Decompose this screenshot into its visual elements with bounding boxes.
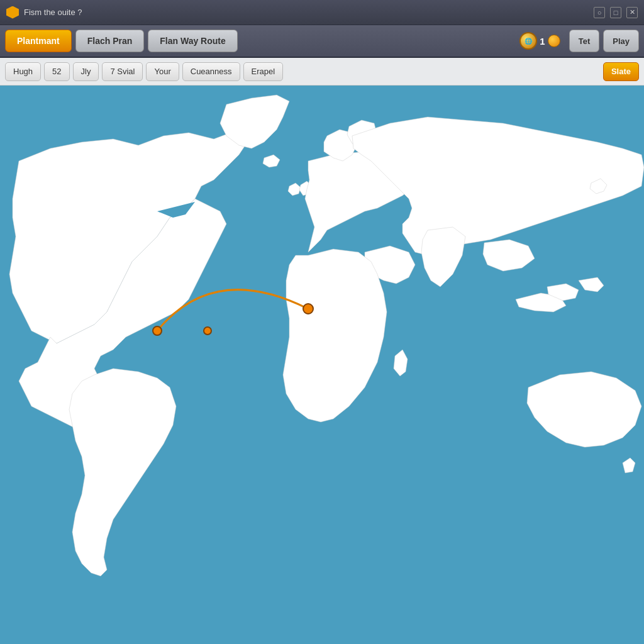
minimize-button[interactable]: ○	[594, 7, 605, 18]
nav-btn-flach-pran[interactable]: Flach Pran	[75, 30, 145, 52]
window-controls: ○ □ ✕	[594, 7, 638, 18]
play-button[interactable]: Play	[603, 30, 639, 52]
filter-erapel[interactable]: Erapel	[243, 62, 284, 81]
filter-your[interactable]: Your	[146, 62, 179, 81]
orange-coin-icon	[548, 35, 560, 47]
slate-button[interactable]: Slate	[603, 62, 639, 81]
coin-icon: 🌐	[519, 32, 537, 50]
filter-jly[interactable]: Jly	[73, 62, 99, 81]
nav-bar: Plantmant Flach Pran Flan Way Route 🌐 1 …	[0, 25, 644, 58]
nav-btn-flan-way-route[interactable]: Flan Way Route	[148, 30, 238, 52]
filter-cueanness[interactable]: Cueanness	[182, 62, 240, 81]
title-bar: Fism the ouite ? ○ □ ✕	[0, 0, 644, 25]
filter-hugh[interactable]: Hugh	[5, 62, 41, 81]
filter-52[interactable]: 52	[44, 62, 69, 81]
tet-button[interactable]: Tet	[569, 30, 600, 52]
filter-bar: Hugh 52 Jly 7 Svial Your Cueanness Erape…	[0, 58, 644, 86]
map-area[interactable]	[0, 86, 644, 644]
nav-btn-plantmant[interactable]: Plantmant	[5, 30, 72, 52]
coin-count: 1	[540, 36, 545, 47]
coin-area: 🌐 1	[519, 32, 560, 50]
app-icon	[6, 6, 19, 19]
filter-7svial[interactable]: 7 Svial	[102, 62, 143, 81]
maximize-button[interactable]: □	[610, 7, 621, 18]
world-map	[0, 86, 644, 644]
title-bar-text: Fism the ouite ?	[24, 8, 594, 17]
close-button[interactable]: ✕	[626, 7, 638, 18]
